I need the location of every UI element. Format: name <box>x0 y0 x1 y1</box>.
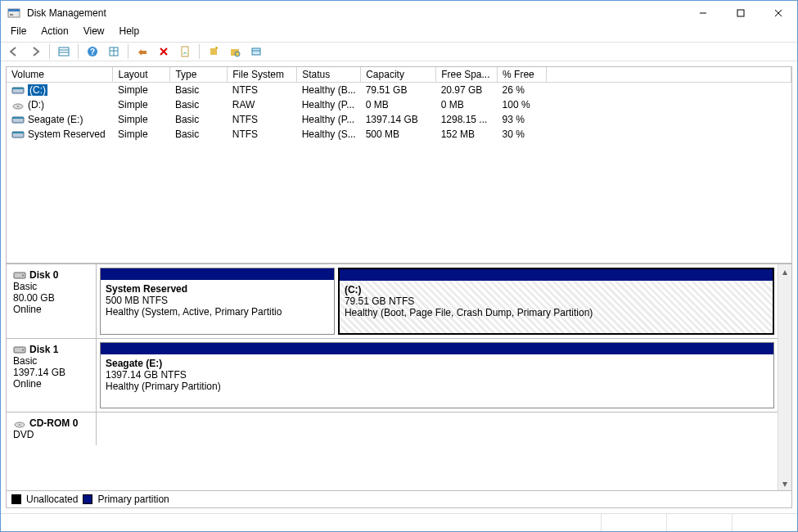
toolbar: ? <box>1 42 797 61</box>
cell-pct: 30 % <box>498 127 547 142</box>
volume-name: Seagate (E:) <box>28 114 83 125</box>
column-header[interactable]: Volume <box>7 67 113 83</box>
column-header[interactable]: Status <box>297 67 361 83</box>
settings-button[interactable] <box>246 43 266 60</box>
disk-row: CD-ROM 0DVD <box>7 412 778 445</box>
disk-management-window: Disk Management FileActionViewHelp ? Vol… <box>0 0 798 532</box>
partition[interactable]: (C:)79.51 GB NTFSHealthy (Boot, Page Fil… <box>338 268 774 335</box>
partition-colorbar <box>340 269 773 281</box>
scroll-down-button[interactable]: ▾ <box>778 476 791 490</box>
vertical-scrollbar[interactable]: ▴ ▾ <box>778 264 791 490</box>
partition-name: Seagate (E:) <box>106 358 769 369</box>
svg-rect-1 <box>8 9 20 11</box>
partition-body: Seagate (E:)1397.14 GB NTFSHealthy (Prim… <box>101 354 773 408</box>
cell-layout: Simple <box>113 83 170 98</box>
cell-pct: 100 % <box>498 97 547 112</box>
volume-row[interactable]: Seagate (E:)SimpleBasicNTFSHealthy (P...… <box>7 112 791 127</box>
volume-row[interactable]: (D:)SimpleBasicRAWHealthy (P...0 MB0 MB1… <box>7 97 791 112</box>
disk-type: Basic <box>13 281 89 292</box>
svg-rect-28 <box>12 117 24 119</box>
disk-info[interactable]: CD-ROM 0DVD <box>7 413 97 445</box>
disk-info[interactable]: Disk 1Basic1397.14 GBOnline <box>7 339 97 412</box>
partition-colorbar <box>101 268 334 280</box>
volume-table[interactable]: VolumeLayoutTypeFile SystemStatusCapacit… <box>7 67 791 142</box>
list-view-button[interactable] <box>54 43 74 60</box>
forward-button[interactable] <box>25 43 45 60</box>
primary-label: Primary partition <box>97 494 169 505</box>
cell-fs: NTFS <box>228 83 297 98</box>
action-button[interactable] <box>133 43 152 60</box>
cell-status: Healthy (P... <box>297 112 361 127</box>
svg-point-34 <box>22 349 24 351</box>
column-header[interactable]: % Free <box>498 67 547 83</box>
table-button[interactable] <box>104 43 124 60</box>
disk-size: 1397.14 GB <box>13 367 89 378</box>
cell-fs: RAW <box>228 97 297 112</box>
partition-size: 500 MB NTFS <box>106 295 329 306</box>
disk-row: Disk 0Basic80.00 GBOnlineSystem Reserved… <box>7 264 778 338</box>
svg-rect-30 <box>12 132 24 133</box>
explore-button[interactable] <box>225 43 245 60</box>
close-button[interactable] <box>760 1 797 25</box>
cell-capacity: 79.51 GB <box>361 83 436 98</box>
unallocated-swatch <box>11 494 21 504</box>
cell-status: Healthy (B... <box>297 83 361 98</box>
cell-type: Basic <box>170 112 228 127</box>
disk-type: Basic <box>13 355 89 367</box>
column-header[interactable]: Layout <box>113 67 170 83</box>
cell-status: Healthy (S... <box>297 127 361 142</box>
minimize-button[interactable] <box>684 1 722 25</box>
column-header[interactable]: Capacity <box>361 67 436 83</box>
back-button[interactable] <box>4 43 24 60</box>
graphical-view-pane: Disk 0Basic80.00 GBOnlineSystem Reserved… <box>7 264 791 490</box>
maximize-button[interactable] <box>722 1 760 25</box>
volume-icon <box>11 129 25 139</box>
menu-file[interactable]: File <box>11 25 26 38</box>
partition-colorbar <box>101 343 773 354</box>
delete-button[interactable] <box>154 43 174 60</box>
svg-point-32 <box>22 275 24 277</box>
partition-status: Healthy (Boot, Page File, Crash Dump, Pr… <box>345 307 768 318</box>
column-header[interactable]: Type <box>170 67 228 83</box>
disk-info[interactable]: Disk 0Basic80.00 GBOnline <box>7 264 97 338</box>
cell-capacity: 0 MB <box>361 97 436 112</box>
disk-size: 80.00 GB <box>13 292 89 304</box>
partition-body: System Reserved500 MB NTFSHealthy (Syste… <box>101 280 334 334</box>
disk-name: Disk 1 <box>29 344 58 355</box>
partitions-area: Seagate (E:)1397.14 GB NTFSHealthy (Prim… <box>97 339 778 412</box>
menu-view[interactable]: View <box>83 25 105 38</box>
scroll-track[interactable] <box>778 278 791 476</box>
properties-button[interactable] <box>175 43 195 60</box>
partitions-area <box>97 413 778 445</box>
svg-rect-24 <box>12 88 24 89</box>
menu-action[interactable]: Action <box>41 25 68 38</box>
partition-status: Healthy (System, Active, Primary Partiti… <box>106 306 329 318</box>
disk-type: DVD <box>13 429 89 440</box>
cell-capacity: 500 MB <box>361 127 436 142</box>
menu-help[interactable]: Help <box>119 25 140 38</box>
svg-text:?: ? <box>90 47 95 56</box>
scroll-up-button[interactable]: ▴ <box>778 264 791 278</box>
cell-pct: 26 % <box>498 83 547 98</box>
svg-point-26 <box>17 106 20 107</box>
cell-fs: NTFS <box>228 127 297 142</box>
volume-icon <box>11 85 25 95</box>
column-header[interactable]: File System <box>228 67 297 83</box>
volume-icon <box>11 100 25 110</box>
cell-free: 1298.15 ... <box>436 112 498 127</box>
volume-row[interactable]: System ReservedSimpleBasicNTFSHealthy (S… <box>7 127 791 142</box>
partition[interactable]: System Reserved500 MB NTFSHealthy (Syste… <box>100 268 335 335</box>
titlebar[interactable]: Disk Management <box>1 1 797 25</box>
partition-status: Healthy (Primary Partition) <box>106 381 769 392</box>
column-header[interactable]: Free Spa... <box>436 67 498 83</box>
cell-layout: Simple <box>113 112 170 127</box>
cell-layout: Simple <box>113 127 170 142</box>
partition-name: (C:) <box>345 284 768 295</box>
help-button[interactable]: ? <box>83 43 102 60</box>
volume-row[interactable]: (C:)SimpleBasicNTFSHealthy (B...79.51 GB… <box>7 83 791 98</box>
cell-layout: Simple <box>113 97 170 112</box>
partition-body: (C:)79.51 GB NTFSHealthy (Boot, Page Fil… <box>340 281 773 333</box>
new-item-button[interactable] <box>204 43 223 60</box>
partition[interactable]: Seagate (E:)1397.14 GB NTFSHealthy (Prim… <box>100 342 774 408</box>
disk-name: Disk 0 <box>29 269 58 281</box>
